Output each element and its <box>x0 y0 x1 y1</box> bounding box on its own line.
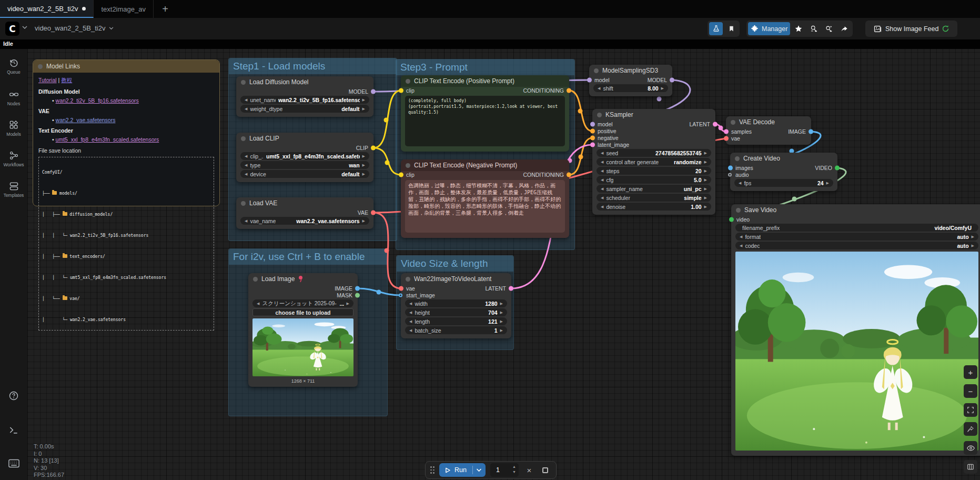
widget-right-arrow-icon[interactable]: ▶ <box>704 185 707 193</box>
widget-left-arrow-icon[interactable]: ◀ <box>601 194 603 202</box>
share-button[interactable] <box>837 22 851 35</box>
node-widget[interactable]: ◀ device default ▶ <box>240 170 369 178</box>
input-slot-dot[interactable] <box>590 122 595 126</box>
widget-right-arrow-icon[interactable]: ▶ <box>500 317 503 325</box>
minimap-button[interactable] <box>964 460 977 474</box>
output-slot-dot[interactable] <box>835 165 840 170</box>
widget-right-arrow-icon[interactable]: ▶ <box>661 84 664 92</box>
new-tab-button[interactable]: + <box>154 0 177 18</box>
node-widget[interactable]: ◀ unet_name wan2.2_ti2v_5B_fp16.safetens… <box>240 96 369 104</box>
collapse-dot-icon[interactable] <box>735 156 740 161</box>
widget-right-arrow-icon[interactable]: ▶ <box>704 203 707 211</box>
drag-handle-icon[interactable] <box>430 466 435 474</box>
node-ksampler[interactable]: KSampler model LATENT positive negative … <box>592 109 715 215</box>
widget-right-arrow-icon[interactable]: ▶ <box>362 152 365 160</box>
input-slot-dot[interactable] <box>728 173 732 176</box>
widget-left-arrow-icon[interactable]: ◀ <box>601 185 603 193</box>
node-widget[interactable]: ◀ seed 274785682553745 ▶ <box>597 149 711 157</box>
model-download-link[interactable]: wan2.2_vae.safetensors <box>56 117 116 123</box>
help-button[interactable] <box>0 391 27 401</box>
output-slot-dot[interactable] <box>355 293 360 297</box>
widget-right-arrow-icon[interactable]: ▶ <box>704 158 707 166</box>
widget-left-arrow-icon[interactable]: ◀ <box>245 170 247 178</box>
node-widget[interactable]: ◀ fps 24 ▶ <box>734 179 833 187</box>
widget-right-arrow-icon[interactable]: ▶ <box>704 149 707 157</box>
output-slot-dot[interactable] <box>371 210 376 215</box>
widget-left-arrow-icon[interactable]: ◀ <box>409 308 412 316</box>
output-slot-dot[interactable] <box>355 286 360 291</box>
widget-left-arrow-icon[interactable]: ◀ <box>245 161 247 169</box>
collapse-dot-icon[interactable] <box>406 277 410 282</box>
step-up-icon[interactable]: ▲ <box>512 464 516 469</box>
node-widget[interactable]: ◀ steps 20 ▶ <box>597 167 711 175</box>
collapse-dot-icon[interactable] <box>241 136 246 141</box>
node-load-image[interactable]: Load Image IMAGE MASK ◀ スクリーンショット 2025-0… <box>248 273 358 387</box>
collapse-dot-icon[interactable] <box>241 201 246 206</box>
widget-right-arrow-icon[interactable]: ▶ <box>362 96 365 104</box>
zoom-out-button[interactable]: − <box>964 384 977 398</box>
widget-left-arrow-icon[interactable]: ◀ <box>245 152 247 160</box>
batch-count-stepper[interactable]: 1 ▲▼ <box>490 463 519 477</box>
widget-right-arrow-icon[interactable]: ▶ <box>362 170 365 178</box>
node-header[interactable]: CLIP Text Encode (Positive Prompt) <box>401 75 569 87</box>
positive-prompt-textarea[interactable]: (completely, full body) (portrait,portra… <box>405 96 565 146</box>
widget-right-arrow-icon[interactable]: ▶ <box>362 105 365 113</box>
collapse-dot-icon[interactable] <box>597 113 602 117</box>
node-load-clip[interactable]: Load CLIP CLIP ◀ clip_... umt5_xxl_fp8_e… <box>236 133 373 182</box>
input-slot-dot[interactable] <box>590 128 595 133</box>
sidebar-item-queue[interactable]: Queue <box>0 58 27 75</box>
bookmark-button[interactable] <box>724 22 738 35</box>
node-vae-decode[interactable]: VAE Decode samples IMAGE vae <box>726 116 811 145</box>
node-widget[interactable]: ◀ clip_... umt5_xxl_fp8_e4m3fn_scaled.sa… <box>240 152 369 160</box>
tutorial-cn-link[interactable]: 教程 <box>61 77 72 83</box>
input-slot-dot[interactable] <box>728 165 733 170</box>
node-model-sampling-sd3[interactable]: ModelSamplingSD3 model MODEL ◀ shift 8.0… <box>589 65 672 96</box>
node-widget[interactable]: ◀ width 1280 ▶ <box>405 299 507 307</box>
free-model-memory-button[interactable] <box>807 22 821 35</box>
stop-button[interactable] <box>540 467 551 473</box>
widget-left-arrow-icon[interactable]: ◀ <box>601 149 603 157</box>
node-header[interactable]: Wan22ImageToVideoLatent <box>401 273 511 285</box>
collapse-dot-icon[interactable] <box>406 163 410 168</box>
input-slot-dot[interactable] <box>590 135 595 140</box>
output-slot-dot[interactable] <box>809 129 813 134</box>
node-widget[interactable]: ◀ height 704 ▶ <box>405 308 507 316</box>
widget-right-arrow-icon[interactable]: ▶ <box>704 194 707 202</box>
node-widget[interactable]: ◀ batch_size 1 ▶ <box>405 326 507 334</box>
node-header[interactable]: CLIP Text Encode (Negative Prompt) <box>401 159 569 171</box>
node-widget[interactable]: ◀ type wan ▶ <box>240 161 369 169</box>
widget-right-arrow-icon[interactable]: ▶ <box>704 176 707 184</box>
node-header[interactable]: Load Image <box>248 273 358 285</box>
widget-left-arrow-icon[interactable]: ◀ <box>245 96 247 104</box>
terminal-button[interactable] <box>0 425 27 435</box>
sidebar-item-models[interactable]: Models <box>0 120 27 137</box>
node-widget[interactable]: ◀ scheduler simple ▶ <box>597 194 711 202</box>
shortcuts-button[interactable] <box>0 459 27 468</box>
widget-right-arrow-icon[interactable]: ▶ <box>972 233 974 241</box>
node-widget[interactable]: ◀ スクリーンショット 2025-09-10 ... ▶ <box>252 299 353 307</box>
sidebar-item-templates[interactable]: Templates <box>0 181 27 198</box>
widget-left-arrow-icon[interactable]: ◀ <box>601 167 603 175</box>
favorites-button[interactable] <box>792 22 805 35</box>
widget-left-arrow-icon[interactable]: ◀ <box>245 217 247 225</box>
model-download-link[interactable]: wan2.2_ti2v_5B_fp16.safetensors <box>56 97 139 104</box>
node-widget[interactable]: ◀ sampler_name uni_pc ▶ <box>597 185 711 193</box>
logo-chevron-icon[interactable] <box>22 26 27 29</box>
widget-left-arrow-icon[interactable]: ◀ <box>409 317 412 325</box>
widget-right-arrow-icon[interactable]: ▶ <box>500 308 503 316</box>
widget-left-arrow-icon[interactable]: ◀ <box>739 179 741 187</box>
widget-left-arrow-icon[interactable]: ◀ <box>257 299 259 307</box>
show-image-feed-button[interactable]: Show Image Feed <box>871 22 952 35</box>
sidebar-item-workflows[interactable]: Workflows <box>0 151 27 167</box>
note-header[interactable]: Model Links <box>33 60 219 73</box>
input-slot-dot[interactable] <box>724 129 729 134</box>
node-widget[interactable]: filename_prefix video/ComfyU <box>735 224 978 232</box>
widget-left-arrow-icon[interactable]: ◀ <box>601 203 603 211</box>
input-slot-dot[interactable] <box>729 217 734 222</box>
output-slot-dot[interactable] <box>509 286 513 291</box>
negative-prompt-textarea[interactable]: 色调艳丽，过曝，静态，细节模糊不清，字幕，风格，作品，画作，画面，静止，整体发灰… <box>405 180 565 233</box>
collapse-dot-icon[interactable] <box>594 68 599 73</box>
widget-left-arrow-icon[interactable]: ◀ <box>409 326 412 334</box>
collapse-dot-icon[interactable] <box>38 64 43 69</box>
manager-button[interactable]: Manager <box>748 22 790 35</box>
